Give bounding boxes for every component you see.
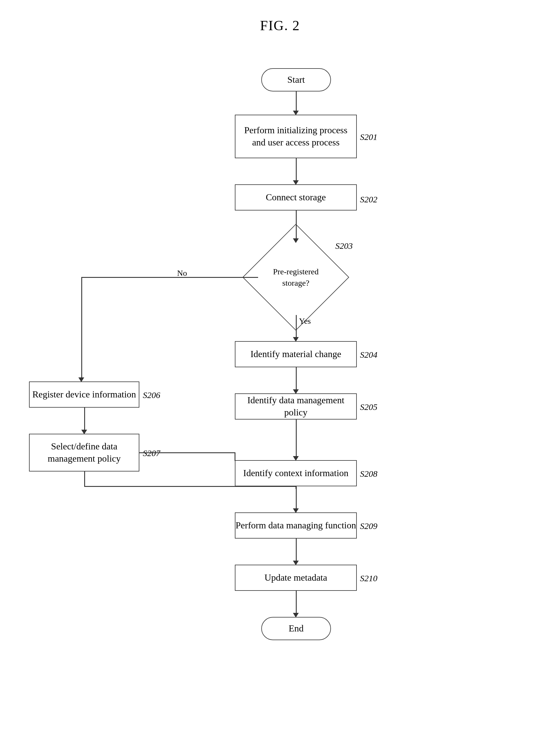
s203-diamond-wrapper: Pre-registered storage?	[258, 239, 334, 315]
s206-step: S206	[143, 390, 160, 400]
s201-box: Perform initializing process and user ac…	[235, 115, 357, 158]
arrow-s201-s202	[296, 158, 297, 181]
s208-label: Identify context information	[243, 467, 349, 479]
s202-step: S202	[360, 195, 377, 204]
s204-label: Identify material change	[251, 348, 341, 360]
s210-label: Update metadata	[264, 572, 327, 584]
arrow-join-s208	[234, 452, 235, 461]
s207-step: S207	[143, 448, 160, 458]
arrow-s206-s207	[84, 408, 85, 431]
yes-label: Yes	[299, 316, 311, 326]
no-label: No	[177, 268, 187, 278]
s208-box: Identify context information	[235, 460, 357, 486]
arrow-s209-s210	[296, 539, 297, 562]
s210-step: S210	[360, 573, 377, 583]
s208-step: S208	[360, 469, 377, 479]
figure-title: FIG. 2	[23, 18, 537, 33]
page: FIG. 2 Start Perform initializing proces…	[0, 0, 560, 747]
s205-step: S205	[360, 402, 377, 412]
arrow-s208-s209	[296, 486, 297, 510]
s203-text: Pre-registered storage?	[273, 266, 319, 289]
s207-box: Select/define data management policy	[29, 434, 139, 471]
arrow-s203-no-v	[81, 277, 82, 379]
s209-label: Perform data managing function	[236, 519, 356, 532]
arrow-start-s201	[296, 92, 297, 112]
arrow-s203-no-h	[81, 277, 258, 278]
s207-label: Select/define data management policy	[48, 440, 121, 465]
arrow-s204-s205	[296, 367, 297, 390]
s206-box: Register device information	[29, 382, 139, 408]
s202-box: Connect storage	[235, 184, 357, 210]
arrow-s205-s208	[296, 419, 297, 457]
s206-label: Register device information	[32, 388, 136, 401]
s207-join-down	[296, 486, 297, 489]
s204-step: S204	[360, 350, 377, 360]
arrow-s210-end	[296, 591, 297, 614]
end-node: End	[261, 617, 331, 640]
s207-down-to-join	[84, 471, 85, 486]
flowchart: Start Perform initializing process and u…	[23, 57, 537, 724]
s202-label: Connect storage	[265, 191, 326, 204]
arrow-s207-s208-h	[139, 452, 235, 453]
s203-step: S203	[335, 241, 353, 251]
s201-step: S201	[360, 132, 377, 142]
start-node: Start	[261, 68, 331, 92]
s201-label: Perform initializing process and user ac…	[244, 124, 347, 148]
s209-box: Perform data managing function	[235, 512, 357, 539]
s205-box: Identify data management policy	[235, 393, 357, 419]
s209-step: S209	[360, 521, 377, 531]
s207-right-join	[84, 486, 296, 487]
arrow-s203-yes	[296, 315, 297, 338]
s210-box: Update metadata	[235, 565, 357, 591]
s205-label: Identify data management policy	[235, 394, 356, 418]
s204-box: Identify material change	[235, 341, 357, 367]
